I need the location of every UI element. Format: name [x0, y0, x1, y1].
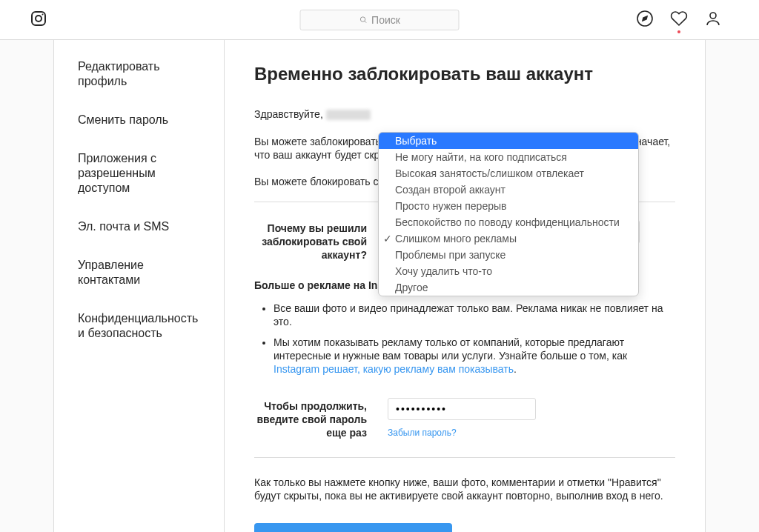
dropdown-option[interactable]: Высокая занятость/слишком отвлекает — [379, 165, 638, 182]
ads-bullet-1: Все ваши фото и видео принадлежат только… — [274, 302, 675, 328]
dropdown-option-label: Другое — [395, 282, 428, 293]
forgot-password-link[interactable]: Забыли пароль? — [388, 428, 457, 438]
explore-icon[interactable] — [636, 10, 654, 30]
ads-bullet-2-text: Мы хотим показывать рекламу только от ко… — [274, 336, 627, 362]
dropdown-option[interactable]: Просто нужен перерыв — [379, 198, 638, 214]
sidebar-item-email-sms[interactable]: Эл. почта и SMS — [54, 207, 224, 246]
dropdown-option[interactable]: Выбрать — [379, 133, 638, 149]
final-paragraph: Как только вы нажмете кнопку ниже, ваши … — [254, 476, 675, 502]
svg-marker-6 — [643, 16, 647, 21]
reason-dropdown[interactable]: ВыбратьНе могу найти, на кого подписатьс… — [378, 132, 639, 296]
svg-point-1 — [36, 16, 42, 21]
dropdown-option-label: Просто нужен перерыв — [395, 200, 506, 212]
svg-line-4 — [364, 21, 365, 22]
dropdown-option-label: Создан второй аккаунт — [395, 184, 506, 196]
ads-bullet-2: Мы хотим показывать рекламу только от ко… — [274, 336, 675, 376]
dropdown-option[interactable]: Хочу удалить что-то — [379, 263, 638, 279]
search-placeholder: Поиск — [371, 14, 400, 26]
greeting-text: Здравствуйте, — [254, 108, 326, 120]
sidebar-item-change-password[interactable]: Сменить пароль — [54, 101, 224, 139]
ads-bullet-2-tail: . — [514, 363, 517, 375]
password-label: Чтобы продолжить, введите свой пароль ещ… — [254, 398, 388, 439]
greeting: Здравствуйте, — [254, 108, 675, 120]
dropdown-option[interactable]: Создан второй аккаунт — [379, 182, 638, 198]
disable-account-button[interactable]: Временно заблокировать аккаунт — [254, 523, 452, 532]
notification-dot — [677, 30, 680, 33]
reason-label: Почему вы решили заблокировать свой акка… — [254, 220, 388, 262]
sidebar-item-edit-profile[interactable]: Редактировать профиль — [54, 47, 224, 101]
sidebar-item-privacy-security[interactable]: Конфиденциальность и безопасность — [54, 299, 224, 353]
search-input[interactable]: Поиск — [300, 10, 460, 30]
top-bar: Поиск — [0, 0, 759, 40]
dropdown-option-label: Беспокойство по поводу конфиденциальност… — [395, 216, 620, 228]
ads-bullets: Все ваши фото и видео принадлежат только… — [254, 302, 675, 376]
profile-icon[interactable] — [704, 10, 722, 30]
dropdown-option-label: Хочу удалить что-то — [395, 265, 492, 277]
activity-icon[interactable] — [670, 10, 688, 30]
ads-learn-more-link[interactable]: Instagram решает, какую рекламу вам пока… — [274, 363, 514, 375]
dropdown-option[interactable]: ✓Слишком много рекламы — [379, 230, 638, 247]
page-title: Временно заблокировать ваш аккаунт — [254, 64, 675, 84]
password-input[interactable] — [388, 398, 536, 420]
divider-2 — [254, 457, 675, 458]
dropdown-option[interactable]: Беспокойство по поводу конфиденциальност… — [379, 214, 638, 230]
sidebar-item-manage-contacts[interactable]: Управление контактами — [54, 246, 224, 299]
password-row: Чтобы продолжить, введите свой пароль ещ… — [254, 398, 675, 439]
dropdown-option-label: Высокая занятость/слишком отвлекает — [395, 167, 584, 179]
dropdown-option-label: Выбрать — [395, 135, 437, 147]
search-icon — [359, 14, 367, 26]
dropdown-option[interactable]: Другое — [379, 279, 638, 296]
sidebar-item-authorized-apps[interactable]: Приложения с разрешенным доступом — [54, 139, 224, 207]
nav-icons — [636, 10, 744, 30]
svg-rect-0 — [32, 12, 45, 25]
instagram-logo-icon[interactable] — [30, 10, 47, 30]
dropdown-option[interactable]: Не могу найти, на кого подписаться — [379, 149, 638, 165]
svg-point-2 — [42, 14, 44, 16]
svg-point-7 — [710, 13, 716, 19]
dropdown-option-label: Не могу найти, на кого подписаться — [395, 151, 567, 163]
check-icon: ✓ — [383, 233, 392, 245]
settings-sidebar: Редактировать профиль Сменить пароль При… — [54, 40, 225, 532]
svg-point-3 — [360, 16, 365, 21]
username-redacted — [326, 110, 371, 120]
dropdown-option-label: Проблемы при запуске — [395, 249, 506, 261]
dropdown-option-label: Слишком много рекламы — [395, 233, 517, 245]
dropdown-option[interactable]: Проблемы при запуске — [379, 247, 638, 263]
